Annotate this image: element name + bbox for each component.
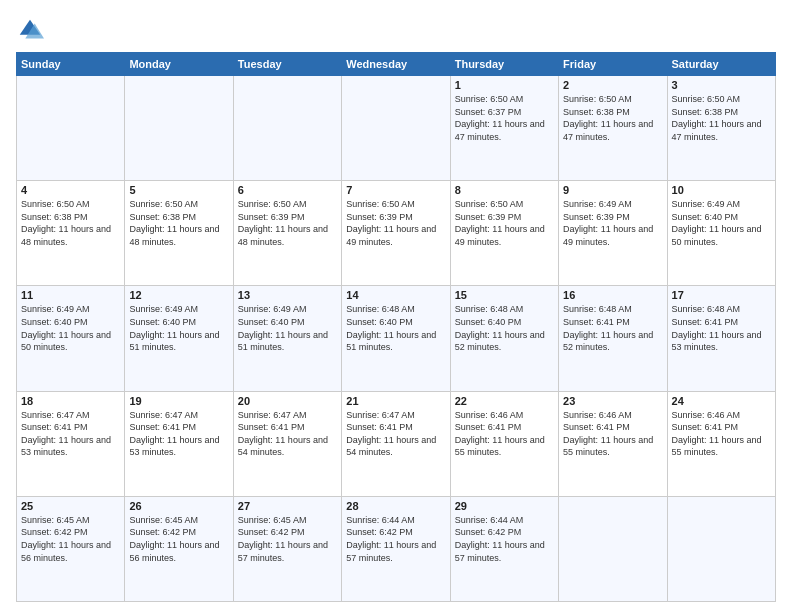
day-number: 13 [238, 289, 337, 301]
logo [16, 16, 48, 44]
day-number: 22 [455, 395, 554, 407]
calendar-week-row: 1Sunrise: 6:50 AM Sunset: 6:37 PM Daylig… [17, 76, 776, 181]
calendar-day-cell: 3Sunrise: 6:50 AM Sunset: 6:38 PM Daylig… [667, 76, 775, 181]
day-info: Sunrise: 6:44 AM Sunset: 6:42 PM Dayligh… [455, 514, 554, 564]
day-info: Sunrise: 6:49 AM Sunset: 6:40 PM Dayligh… [672, 198, 771, 248]
day-info: Sunrise: 6:50 AM Sunset: 6:39 PM Dayligh… [346, 198, 445, 248]
day-info: Sunrise: 6:50 AM Sunset: 6:38 PM Dayligh… [672, 93, 771, 143]
day-number: 3 [672, 79, 771, 91]
day-number: 17 [672, 289, 771, 301]
day-number: 25 [21, 500, 120, 512]
day-number: 1 [455, 79, 554, 91]
header-row: SundayMondayTuesdayWednesdayThursdayFrid… [17, 53, 776, 76]
day-number: 18 [21, 395, 120, 407]
day-number: 6 [238, 184, 337, 196]
calendar-day-cell: 21Sunrise: 6:47 AM Sunset: 6:41 PM Dayli… [342, 391, 450, 496]
calendar-day-cell: 20Sunrise: 6:47 AM Sunset: 6:41 PM Dayli… [233, 391, 341, 496]
calendar-day-cell [17, 76, 125, 181]
day-number: 24 [672, 395, 771, 407]
day-number: 19 [129, 395, 228, 407]
header-thursday: Thursday [450, 53, 558, 76]
calendar-table: SundayMondayTuesdayWednesdayThursdayFrid… [16, 52, 776, 602]
day-number: 2 [563, 79, 662, 91]
day-info: Sunrise: 6:47 AM Sunset: 6:41 PM Dayligh… [238, 409, 337, 459]
calendar-day-cell: 8Sunrise: 6:50 AM Sunset: 6:39 PM Daylig… [450, 181, 558, 286]
day-info: Sunrise: 6:48 AM Sunset: 6:41 PM Dayligh… [672, 303, 771, 353]
logo-icon [16, 16, 44, 44]
header-tuesday: Tuesday [233, 53, 341, 76]
day-number: 12 [129, 289, 228, 301]
day-info: Sunrise: 6:44 AM Sunset: 6:42 PM Dayligh… [346, 514, 445, 564]
day-info: Sunrise: 6:50 AM Sunset: 6:39 PM Dayligh… [238, 198, 337, 248]
day-number: 5 [129, 184, 228, 196]
day-info: Sunrise: 6:50 AM Sunset: 6:38 PM Dayligh… [129, 198, 228, 248]
calendar-day-cell: 26Sunrise: 6:45 AM Sunset: 6:42 PM Dayli… [125, 496, 233, 601]
calendar-week-row: 18Sunrise: 6:47 AM Sunset: 6:41 PM Dayli… [17, 391, 776, 496]
day-number: 28 [346, 500, 445, 512]
calendar-day-cell: 16Sunrise: 6:48 AM Sunset: 6:41 PM Dayli… [559, 286, 667, 391]
header-friday: Friday [559, 53, 667, 76]
day-info: Sunrise: 6:45 AM Sunset: 6:42 PM Dayligh… [21, 514, 120, 564]
day-info: Sunrise: 6:46 AM Sunset: 6:41 PM Dayligh… [455, 409, 554, 459]
day-info: Sunrise: 6:50 AM Sunset: 6:37 PM Dayligh… [455, 93, 554, 143]
calendar-day-cell: 27Sunrise: 6:45 AM Sunset: 6:42 PM Dayli… [233, 496, 341, 601]
day-number: 14 [346, 289, 445, 301]
calendar-day-cell: 7Sunrise: 6:50 AM Sunset: 6:39 PM Daylig… [342, 181, 450, 286]
calendar-day-cell: 24Sunrise: 6:46 AM Sunset: 6:41 PM Dayli… [667, 391, 775, 496]
day-number: 23 [563, 395, 662, 407]
day-info: Sunrise: 6:48 AM Sunset: 6:40 PM Dayligh… [346, 303, 445, 353]
calendar-day-cell: 1Sunrise: 6:50 AM Sunset: 6:37 PM Daylig… [450, 76, 558, 181]
calendar-day-cell: 22Sunrise: 6:46 AM Sunset: 6:41 PM Dayli… [450, 391, 558, 496]
calendar-day-cell [667, 496, 775, 601]
calendar-week-row: 25Sunrise: 6:45 AM Sunset: 6:42 PM Dayli… [17, 496, 776, 601]
day-info: Sunrise: 6:49 AM Sunset: 6:40 PM Dayligh… [238, 303, 337, 353]
day-info: Sunrise: 6:49 AM Sunset: 6:39 PM Dayligh… [563, 198, 662, 248]
day-info: Sunrise: 6:50 AM Sunset: 6:39 PM Dayligh… [455, 198, 554, 248]
calendar-day-cell: 6Sunrise: 6:50 AM Sunset: 6:39 PM Daylig… [233, 181, 341, 286]
calendar-day-cell: 9Sunrise: 6:49 AM Sunset: 6:39 PM Daylig… [559, 181, 667, 286]
day-number: 20 [238, 395, 337, 407]
day-info: Sunrise: 6:49 AM Sunset: 6:40 PM Dayligh… [129, 303, 228, 353]
day-number: 16 [563, 289, 662, 301]
day-info: Sunrise: 6:47 AM Sunset: 6:41 PM Dayligh… [129, 409, 228, 459]
calendar-body: 1Sunrise: 6:50 AM Sunset: 6:37 PM Daylig… [17, 76, 776, 602]
calendar-day-cell: 5Sunrise: 6:50 AM Sunset: 6:38 PM Daylig… [125, 181, 233, 286]
day-info: Sunrise: 6:50 AM Sunset: 6:38 PM Dayligh… [563, 93, 662, 143]
calendar-day-cell [342, 76, 450, 181]
calendar-day-cell: 11Sunrise: 6:49 AM Sunset: 6:40 PM Dayli… [17, 286, 125, 391]
day-number: 27 [238, 500, 337, 512]
day-info: Sunrise: 6:50 AM Sunset: 6:38 PM Dayligh… [21, 198, 120, 248]
day-number: 21 [346, 395, 445, 407]
calendar-day-cell: 14Sunrise: 6:48 AM Sunset: 6:40 PM Dayli… [342, 286, 450, 391]
calendar-day-cell [233, 76, 341, 181]
day-info: Sunrise: 6:45 AM Sunset: 6:42 PM Dayligh… [129, 514, 228, 564]
day-number: 4 [21, 184, 120, 196]
calendar-day-cell: 13Sunrise: 6:49 AM Sunset: 6:40 PM Dayli… [233, 286, 341, 391]
page: SundayMondayTuesdayWednesdayThursdayFrid… [0, 0, 792, 612]
day-number: 7 [346, 184, 445, 196]
header-wednesday: Wednesday [342, 53, 450, 76]
day-info: Sunrise: 6:48 AM Sunset: 6:40 PM Dayligh… [455, 303, 554, 353]
calendar-day-cell: 10Sunrise: 6:49 AM Sunset: 6:40 PM Dayli… [667, 181, 775, 286]
calendar-day-cell: 2Sunrise: 6:50 AM Sunset: 6:38 PM Daylig… [559, 76, 667, 181]
calendar-week-row: 4Sunrise: 6:50 AM Sunset: 6:38 PM Daylig… [17, 181, 776, 286]
calendar-day-cell: 28Sunrise: 6:44 AM Sunset: 6:42 PM Dayli… [342, 496, 450, 601]
header [16, 16, 776, 44]
calendar-day-cell: 23Sunrise: 6:46 AM Sunset: 6:41 PM Dayli… [559, 391, 667, 496]
calendar-day-cell: 19Sunrise: 6:47 AM Sunset: 6:41 PM Dayli… [125, 391, 233, 496]
calendar-day-cell: 17Sunrise: 6:48 AM Sunset: 6:41 PM Dayli… [667, 286, 775, 391]
day-number: 10 [672, 184, 771, 196]
calendar-day-cell: 25Sunrise: 6:45 AM Sunset: 6:42 PM Dayli… [17, 496, 125, 601]
calendar-day-cell: 29Sunrise: 6:44 AM Sunset: 6:42 PM Dayli… [450, 496, 558, 601]
day-number: 26 [129, 500, 228, 512]
day-number: 8 [455, 184, 554, 196]
day-number: 15 [455, 289, 554, 301]
day-info: Sunrise: 6:47 AM Sunset: 6:41 PM Dayligh… [346, 409, 445, 459]
day-info: Sunrise: 6:49 AM Sunset: 6:40 PM Dayligh… [21, 303, 120, 353]
calendar-day-cell: 4Sunrise: 6:50 AM Sunset: 6:38 PM Daylig… [17, 181, 125, 286]
day-number: 29 [455, 500, 554, 512]
calendar-day-cell [125, 76, 233, 181]
day-number: 11 [21, 289, 120, 301]
day-info: Sunrise: 6:46 AM Sunset: 6:41 PM Dayligh… [563, 409, 662, 459]
header-sunday: Sunday [17, 53, 125, 76]
